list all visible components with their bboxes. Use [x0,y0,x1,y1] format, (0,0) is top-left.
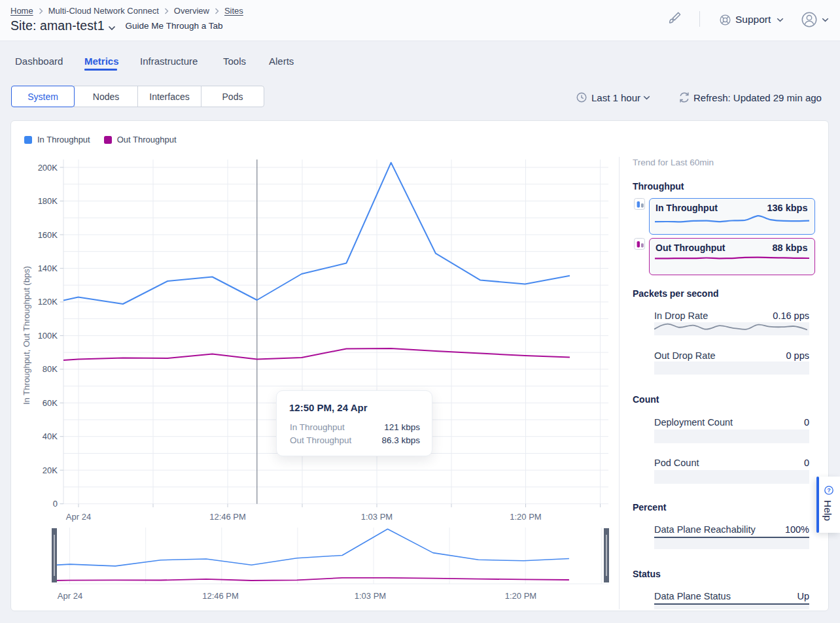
svg-text:12:46 PM: 12:46 PM [202,591,239,601]
svg-text:100K: 100K [38,331,58,341]
svg-text:1:03 PM: 1:03 PM [361,512,393,522]
svg-text:140K: 140K [38,263,58,273]
svg-text:?: ? [827,487,831,494]
svg-text:In Throughput, Out Throughput: In Throughput, Out Throughput (bps) [22,266,31,405]
svg-text:120K: 120K [38,297,58,307]
svg-text:1:20 PM: 1:20 PM [510,512,541,522]
svg-text:12:46 PM: 12:46 PM [209,512,246,522]
svg-text:Apr 24: Apr 24 [58,591,82,601]
svg-text:20K: 20K [43,465,58,475]
svg-text:0: 0 [53,499,58,509]
svg-text:160K: 160K [38,230,58,240]
svg-text:200K: 200K [38,163,58,173]
svg-text:180K: 180K [38,196,58,206]
svg-text:60K: 60K [43,398,58,408]
svg-text:80K: 80K [43,364,58,374]
svg-text:1:20 PM: 1:20 PM [505,591,536,601]
svg-text:40K: 40K [43,431,58,441]
svg-text:Apr 24: Apr 24 [66,512,91,522]
svg-text:1:03 PM: 1:03 PM [355,591,386,601]
